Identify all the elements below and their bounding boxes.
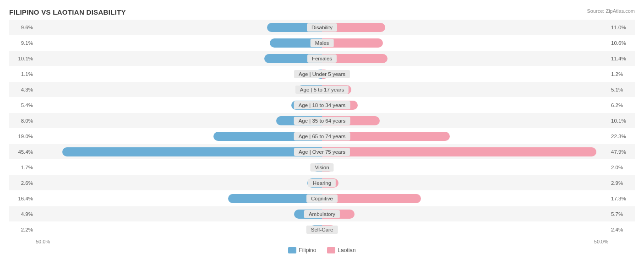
blue-bar bbox=[276, 116, 322, 125]
blue-bar bbox=[213, 132, 322, 141]
left-value: 2.6% bbox=[9, 180, 36, 186]
bar-center: Age | 35 to 64 years bbox=[36, 113, 608, 128]
blue-bar bbox=[267, 23, 322, 32]
left-value: 8.0% bbox=[9, 118, 36, 124]
blue-bar bbox=[316, 70, 322, 79]
bar-row: 2.6%Hearing2.9% bbox=[9, 175, 635, 190]
bar-row: 1.1%Age | Under 5 years1.2% bbox=[9, 66, 635, 81]
axis-row: 50.0% 50.0% bbox=[9, 239, 635, 244]
blue-bar bbox=[307, 178, 322, 188]
pink-bar bbox=[322, 132, 450, 141]
source-label: Source: ZipAtlas.com bbox=[587, 8, 635, 14]
bar-center: Age | 65 to 74 years bbox=[36, 129, 608, 144]
right-value: 5.1% bbox=[608, 87, 635, 92]
blue-bar bbox=[291, 101, 322, 110]
axis-right-label: 50.0% bbox=[594, 239, 608, 244]
bar-row: 9.1%Males10.6% bbox=[9, 35, 635, 50]
bar-center: Age | Under 5 years bbox=[36, 66, 608, 81]
bar-center: Age | Over 75 years bbox=[36, 144, 608, 159]
pink-bar bbox=[322, 70, 329, 79]
bar-center: Disability bbox=[36, 20, 608, 35]
left-value: 1.7% bbox=[9, 165, 36, 170]
right-value: 10.1% bbox=[608, 118, 635, 124]
legend-laotian: Laotian bbox=[327, 247, 355, 253]
axis-center: 50.0% 50.0% bbox=[36, 239, 608, 244]
right-value: 5.7% bbox=[608, 211, 635, 217]
bar-center: Males bbox=[36, 35, 608, 50]
pink-bar bbox=[322, 147, 596, 156]
pink-bar bbox=[322, 210, 355, 219]
left-value: 4.3% bbox=[9, 87, 36, 92]
bar-row: 4.9%Ambulatory5.7% bbox=[9, 206, 635, 221]
bar-center: Age | 5 to 17 years bbox=[36, 82, 608, 97]
left-value: 4.9% bbox=[9, 211, 36, 217]
right-value: 2.9% bbox=[608, 180, 635, 186]
blue-bar bbox=[297, 85, 322, 94]
pink-bar bbox=[322, 178, 338, 188]
right-value: 1.2% bbox=[608, 71, 635, 77]
bar-center: Females bbox=[36, 51, 608, 66]
pink-bar bbox=[322, 54, 387, 63]
pink-bar bbox=[322, 38, 383, 48]
bar-center: Hearing bbox=[36, 175, 608, 190]
left-value: 2.2% bbox=[9, 227, 36, 232]
blue-bar bbox=[310, 225, 322, 234]
laotian-label: Laotian bbox=[338, 247, 355, 253]
pink-bar bbox=[322, 23, 385, 32]
left-value: 19.0% bbox=[9, 134, 36, 139]
legend: Filipino Laotian bbox=[9, 247, 635, 253]
left-value: 9.6% bbox=[9, 25, 36, 30]
right-value: 11.0% bbox=[608, 25, 635, 30]
bar-center: Cognitive bbox=[36, 191, 608, 206]
filipino-swatch bbox=[288, 247, 296, 253]
pink-bar bbox=[322, 163, 333, 172]
left-value: 5.4% bbox=[9, 102, 36, 108]
bar-row: 45.4%Age | Over 75 years47.9% bbox=[9, 144, 635, 159]
bar-row: 19.0%Age | 65 to 74 years22.3% bbox=[9, 129, 635, 144]
bar-row: 10.1%Females11.4% bbox=[9, 51, 635, 66]
blue-bar bbox=[228, 194, 322, 203]
bar-center: Self-Care bbox=[36, 222, 608, 237]
pink-bar bbox=[322, 116, 380, 125]
bars-area: 9.6%Disability11.0%9.1%Males10.6%10.1%Fe… bbox=[9, 20, 635, 237]
right-value: 10.6% bbox=[608, 40, 635, 46]
left-value: 45.4% bbox=[9, 149, 36, 155]
right-value: 2.4% bbox=[608, 227, 635, 232]
bar-row: 1.7%Vision2.0% bbox=[9, 160, 635, 175]
blue-bar bbox=[264, 54, 322, 63]
bar-row: 4.3%Age | 5 to 17 years5.1% bbox=[9, 82, 635, 97]
pink-bar bbox=[322, 194, 421, 203]
bar-row: 9.6%Disability11.0% bbox=[9, 20, 635, 35]
left-value: 10.1% bbox=[9, 56, 36, 61]
blue-bar bbox=[294, 210, 322, 219]
pink-bar bbox=[322, 101, 358, 110]
blue-bar bbox=[312, 163, 322, 172]
filipino-label: Filipino bbox=[299, 247, 316, 253]
bar-center: Ambulatory bbox=[36, 206, 608, 221]
chart-container: FILIPINO VS LAOTIAN DISABILITY Source: Z… bbox=[0, 0, 644, 280]
legend-filipino: Filipino bbox=[288, 247, 316, 253]
left-value: 1.1% bbox=[9, 71, 36, 77]
bar-row: 5.4%Age | 18 to 34 years6.2% bbox=[9, 97, 635, 113]
laotian-swatch bbox=[327, 247, 335, 253]
pink-bar bbox=[322, 225, 336, 234]
bar-center: Age | 18 to 34 years bbox=[36, 97, 608, 113]
blue-bar bbox=[270, 38, 322, 48]
bar-row: 8.0%Age | 35 to 64 years10.1% bbox=[9, 113, 635, 128]
left-value: 16.4% bbox=[9, 196, 36, 201]
right-value: 2.0% bbox=[608, 165, 635, 170]
right-value: 22.3% bbox=[608, 134, 635, 139]
chart-title: FILIPINO VS LAOTIAN DISABILITY bbox=[9, 8, 635, 16]
bar-row: 2.2%Self-Care2.4% bbox=[9, 222, 635, 237]
left-value: 9.1% bbox=[9, 40, 36, 46]
bar-row: 16.4%Cognitive17.3% bbox=[9, 191, 635, 206]
right-value: 6.2% bbox=[608, 102, 635, 108]
right-value: 11.4% bbox=[608, 56, 635, 61]
pink-bar bbox=[322, 85, 351, 94]
axis-left-label: 50.0% bbox=[36, 239, 50, 244]
right-value: 17.3% bbox=[608, 196, 635, 201]
right-value: 47.9% bbox=[608, 149, 635, 155]
blue-bar bbox=[62, 147, 322, 156]
bar-center: Vision bbox=[36, 160, 608, 175]
